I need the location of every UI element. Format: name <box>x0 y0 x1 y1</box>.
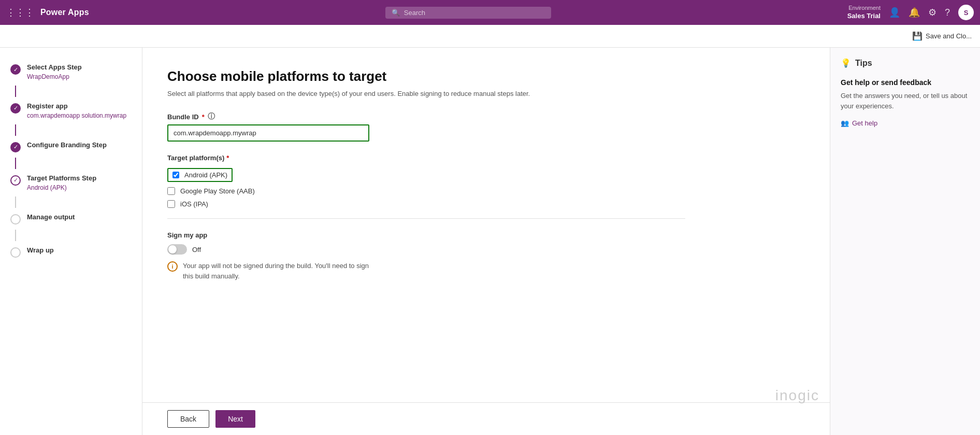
step-label-target-platforms: Target Platforms Step <box>27 174 96 183</box>
page-description: Select all platforms that apply based on… <box>167 90 556 97</box>
notifications-icon[interactable]: 🔔 <box>909 7 920 18</box>
tips-panel: 💡 Tips Get help or send feedback Get the… <box>830 48 980 435</box>
main-container: ✓ Select Apps Step WrapDemoApp ✓ Registe… <box>0 48 980 435</box>
toggle-state-label: Off <box>192 246 201 254</box>
connector-2 <box>15 124 16 136</box>
bundle-id-input[interactable] <box>167 124 369 142</box>
sign-toggle[interactable] <box>167 244 187 255</box>
sidebar-item-register-app[interactable]: ✓ Register app com.wrapdemoapp solution.… <box>0 97 142 124</box>
save-close-button[interactable]: 💾 Save and Clo... <box>912 31 972 41</box>
search-input[interactable] <box>404 9 545 17</box>
get-help-icon: 👥 <box>841 119 849 127</box>
android-apk-item[interactable]: Android (APK) <box>167 168 233 182</box>
step-label-configure-branding: Configure Branding Step <box>27 141 107 150</box>
avatar[interactable]: S <box>958 5 974 20</box>
bottom-footer: Back Next <box>142 402 830 435</box>
person-icon[interactable]: 👤 <box>889 7 900 18</box>
step-indicator-configure-branding: ✓ <box>10 142 21 152</box>
app-brand: Power Apps <box>40 8 89 17</box>
step-indicator-register-app: ✓ <box>10 103 21 114</box>
content-area: Choose mobile platforms to target Select… <box>142 48 830 435</box>
sign-notice-text: Your app will not be signed during the b… <box>183 261 374 281</box>
step-indicator-select-apps: ✓ <box>10 64 21 75</box>
step-sublabel-register-app: com.wrapdemoapp solution.mywrap <box>27 112 126 119</box>
watermark: inogic <box>775 387 819 404</box>
step-sublabel-target-platforms: Android (APK) <box>27 184 96 191</box>
connector-3 <box>15 158 16 169</box>
help-icon[interactable]: ? <box>945 7 950 18</box>
sidebar-item-select-apps[interactable]: ✓ Select Apps Step WrapDemoApp <box>0 58 142 86</box>
settings-icon[interactable]: ⚙ <box>928 7 936 18</box>
save-icon: 💾 <box>912 31 923 41</box>
ios-ipa-item[interactable]: iOS (IPA) <box>167 200 805 208</box>
sign-notice: i Your app will not be signed during the… <box>167 261 374 281</box>
step-sublabel-select-apps: WrapDemoApp <box>27 73 82 80</box>
tips-section-text: Get the answers you need, or tell us abo… <box>841 91 970 111</box>
grid-icon[interactable]: ⋮⋮⋮ <box>6 7 34 18</box>
sidebar-item-target-platforms[interactable]: ✓ Target Platforms Step Android (APK) <box>0 169 142 197</box>
ios-ipa-label: iOS (IPA) <box>180 200 208 208</box>
connector-1 <box>15 86 16 97</box>
android-apk-checkbox[interactable] <box>172 172 179 178</box>
step-label-register-app: Register app <box>27 102 126 111</box>
connector-5 <box>15 230 16 241</box>
back-button[interactable]: Back <box>167 410 209 428</box>
sign-my-app-title: Sign my app <box>167 231 805 239</box>
google-play-item[interactable]: Google Play Store (AAB) <box>167 187 805 195</box>
environment-info: Environment Sales Trial <box>847 4 881 20</box>
page-title: Choose mobile platforms to target <box>167 68 805 85</box>
sidebar-item-wrap-up[interactable]: Wrap up <box>0 241 142 263</box>
step-indicator-wrap-up <box>10 247 21 258</box>
step-label-select-apps: Select Apps Step <box>27 63 82 72</box>
info-icon-notice: i <box>167 261 178 272</box>
bundle-id-info-icon[interactable]: ⓘ <box>208 112 215 121</box>
tips-icon: 💡 <box>841 58 851 68</box>
top-navigation: ⋮⋮⋮ Power Apps 🔍 Environment Sales Trial… <box>0 0 980 25</box>
sidebar-item-manage-output[interactable]: Manage output <box>0 208 142 230</box>
sign-section: Sign my app Off i Your app will not be s… <box>167 231 805 281</box>
sidebar: ✓ Select Apps Step WrapDemoApp ✓ Registe… <box>0 48 142 435</box>
tips-section-title: Get help or send feedback <box>841 78 970 87</box>
bundle-id-label: Bundle ID * ⓘ <box>167 112 805 121</box>
get-help-link[interactable]: 👥 Get help <box>841 119 970 127</box>
step-indicator-target-platforms: ✓ <box>10 175 21 186</box>
save-bar: 💾 Save and Clo... <box>0 25 980 48</box>
step-label-wrap-up: Wrap up <box>27 246 54 255</box>
google-play-checkbox[interactable] <box>167 187 175 195</box>
ios-ipa-checkbox[interactable] <box>167 200 175 208</box>
topnav-right: Environment Sales Trial 👤 🔔 ⚙ ? S <box>847 4 974 20</box>
next-button[interactable]: Next <box>215 410 255 428</box>
sidebar-item-configure-branding[interactable]: ✓ Configure Branding Step <box>0 136 142 158</box>
step-label-manage-output: Manage output <box>27 213 75 222</box>
search-bar[interactable]: 🔍 <box>385 7 551 19</box>
environment-label: Environment <box>848 4 881 11</box>
toggle-knob <box>168 245 177 254</box>
search-icon: 🔍 <box>392 9 400 17</box>
bundle-id-required: * <box>202 113 205 121</box>
target-platforms-label: Target platform(s) * <box>167 154 805 162</box>
connector-4 <box>15 197 16 208</box>
android-apk-label: Android (APK) <box>184 171 227 179</box>
divider <box>167 218 685 219</box>
google-play-label: Google Play Store (AAB) <box>180 187 255 195</box>
step-indicator-manage-output <box>10 214 21 224</box>
environment-name: Sales Trial <box>847 12 881 21</box>
tips-title: 💡 Tips <box>841 58 970 68</box>
toggle-row: Off <box>167 244 805 255</box>
